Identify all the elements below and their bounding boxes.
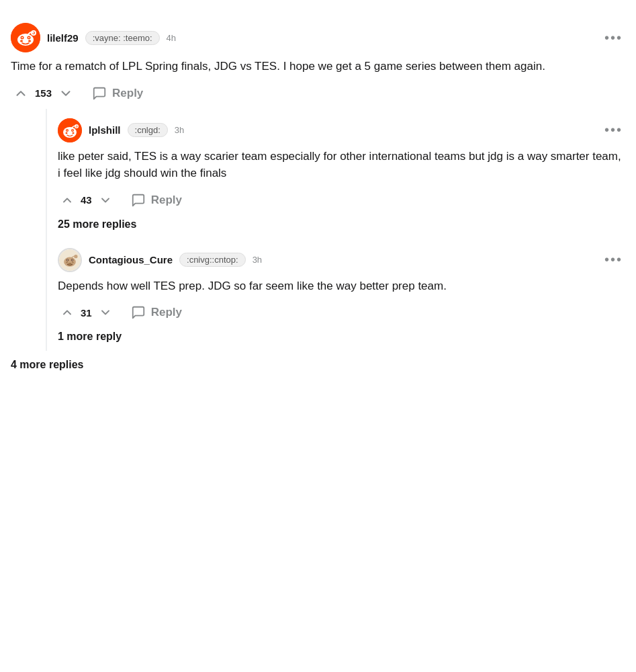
upvote-button[interactable] bbox=[58, 303, 77, 322]
more-options-button[interactable]: ••• bbox=[602, 252, 625, 267]
comment-body: Time for a rematch of LPL Spring finals,… bbox=[11, 58, 625, 75]
svg-point-29 bbox=[68, 263, 71, 265]
comment-flair: :cnlgd: bbox=[128, 123, 168, 137]
comment-actions: 153 Reply bbox=[11, 83, 625, 103]
more-replies-link[interactable]: 1 more reply bbox=[58, 323, 625, 345]
downvote-button[interactable] bbox=[56, 83, 76, 103]
svg-point-7 bbox=[28, 37, 30, 38]
svg-point-27 bbox=[66, 261, 68, 263]
avatar bbox=[11, 23, 40, 52]
comment-body: Depends how well TES prep. JDG so far se… bbox=[58, 278, 625, 295]
bottom-more-replies[interactable]: 4 more replies bbox=[11, 351, 625, 376]
more-options-button[interactable]: ••• bbox=[602, 30, 625, 46]
comment-header: lplshill :cnlgd: 3h ••• bbox=[58, 118, 625, 142]
comment-header: Contagious_Cure :cnivg::cntop: 3h ••• bbox=[58, 248, 625, 272]
comment-username[interactable]: Contagious_Cure bbox=[89, 254, 173, 265]
comment-header: lilelf29 :vayne: :teemo: 4h ••• bbox=[11, 23, 625, 52]
nested-comments: lplshill :cnlgd: 3h ••• like peter said,… bbox=[46, 109, 625, 351]
comment-item: lplshill :cnlgd: 3h ••• like peter said,… bbox=[58, 109, 625, 239]
svg-point-18 bbox=[66, 132, 68, 133]
comment-item: lilelf29 :vayne: :teemo: 4h ••• Time for… bbox=[11, 13, 625, 109]
avatar bbox=[58, 248, 82, 272]
svg-point-19 bbox=[73, 132, 75, 133]
vote-section: 31 bbox=[58, 303, 115, 322]
vote-count: 153 bbox=[35, 87, 52, 99]
vote-count: 43 bbox=[81, 194, 92, 206]
comment-timestamp: 3h bbox=[175, 125, 184, 135]
svg-point-9 bbox=[28, 40, 31, 42]
more-replies-link[interactable]: 25 more replies bbox=[58, 210, 625, 233]
vote-count: 31 bbox=[81, 307, 92, 319]
comment-body: like peter said, TES is a way scarier te… bbox=[58, 148, 625, 182]
avatar bbox=[58, 118, 82, 142]
downvote-button[interactable] bbox=[96, 191, 115, 210]
comment-timestamp: 4h bbox=[167, 33, 176, 43]
downvote-button[interactable] bbox=[96, 303, 115, 322]
comment-username[interactable]: lplshill bbox=[89, 124, 121, 136]
more-options-button[interactable]: ••• bbox=[602, 122, 625, 138]
comment-timestamp: 3h bbox=[253, 255, 262, 265]
svg-point-28 bbox=[72, 261, 74, 263]
comment-item: Contagious_Cure :cnivg::cntop: 3h ••• De… bbox=[58, 239, 625, 351]
upvote-button[interactable] bbox=[58, 191, 77, 210]
reply-button[interactable]: Reply bbox=[126, 190, 187, 210]
svg-point-16 bbox=[66, 130, 68, 131]
comment-username[interactable]: lilelf29 bbox=[47, 32, 79, 44]
upvote-button[interactable] bbox=[11, 83, 31, 103]
svg-point-26 bbox=[72, 259, 73, 260]
comment-flair: :cnivg::cntop: bbox=[179, 253, 246, 267]
svg-point-17 bbox=[72, 130, 73, 131]
comment-actions: 43 Reply bbox=[58, 190, 625, 210]
vote-section: 153 bbox=[11, 83, 76, 103]
svg-point-8 bbox=[20, 40, 23, 42]
comment-thread: lilelf29 :vayne: :teemo: 4h ••• Time for… bbox=[11, 13, 625, 376]
svg-point-6 bbox=[21, 37, 23, 38]
vote-section: 43 bbox=[58, 191, 115, 210]
comment-actions: 31 Reply bbox=[58, 302, 625, 323]
reply-button[interactable]: Reply bbox=[87, 83, 148, 103]
comment-flair: :vayne: :teemo: bbox=[85, 31, 160, 45]
svg-point-25 bbox=[67, 259, 68, 260]
reply-button[interactable]: Reply bbox=[126, 302, 187, 323]
